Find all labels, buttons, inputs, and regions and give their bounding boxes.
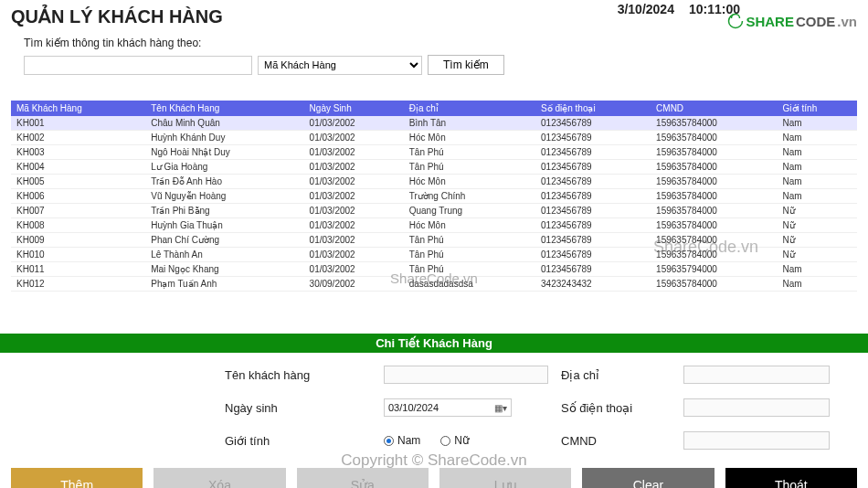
- cell-cmnd: 159635794000: [651, 262, 777, 277]
- cell-name: Ngô Hoài Nhật Duy: [145, 145, 303, 160]
- column-header[interactable]: Tên Khách Hang: [145, 101, 303, 116]
- cell-addr: Tân Phú: [404, 248, 535, 262]
- column-header[interactable]: Số điện thoại: [535, 101, 651, 116]
- cell-id: KH011: [11, 262, 145, 277]
- radio-female[interactable]: Nữ: [440, 434, 470, 447]
- table-row[interactable]: KH002Huỳnh Khánh Duy01/03/2002Hóc Môn012…: [11, 131, 857, 145]
- detail-form: Tên khách hàng Địa chỉ Ngày sinh 03/10/2…: [0, 353, 868, 450]
- cell-sex: Nam: [778, 189, 857, 204]
- cell-addr: Quang Trung: [404, 204, 535, 218]
- customer-table: Mã Khách HàngTên Khách HangNgày SinhĐịa …: [11, 101, 857, 292]
- cell-id: KH004: [11, 160, 145, 175]
- cell-addr: Trường Chính: [404, 189, 535, 204]
- dob-field[interactable]: 03/10/2024 ▦▾: [384, 398, 512, 417]
- cell-dob: 01/03/2002: [304, 116, 404, 131]
- cell-name: Huỳnh Khánh Duy: [145, 131, 303, 145]
- label-name: Tên khách hàng: [225, 368, 371, 382]
- save-button[interactable]: Lưu: [439, 468, 571, 488]
- cmnd-field[interactable]: [683, 431, 830, 450]
- cell-id: KH006: [11, 189, 145, 204]
- cell-dob: 01/03/2002: [304, 218, 404, 233]
- table-row[interactable]: KH005Trần Đỗ Anh Hào01/03/2002Hóc Môn012…: [11, 175, 857, 189]
- cell-addr: Bình Tân: [404, 116, 535, 131]
- header: QUẢN LÝ KHÁCH HÀNG 3/10/2024 10:11:00 SH…: [0, 0, 868, 27]
- table-row[interactable]: KH007Trần Phi Bằng01/03/2002Quang Trung0…: [11, 204, 857, 218]
- cell-dob: 01/03/2002: [304, 248, 404, 262]
- cell-phone: 0123456789: [535, 160, 651, 175]
- watermark-copyright: Copyright © ShareCode.vn: [341, 451, 526, 470]
- edit-button[interactable]: Sửa: [297, 468, 429, 488]
- search-input[interactable]: [24, 56, 252, 75]
- phone-field[interactable]: [683, 398, 830, 417]
- cell-cmnd: 159635784000: [651, 277, 777, 292]
- addr-field[interactable]: [683, 366, 830, 384]
- cell-addr: Tân Phú: [404, 233, 535, 248]
- cell-phone: 3423243432: [535, 277, 651, 292]
- cell-sex: Nữ: [778, 233, 857, 248]
- column-header[interactable]: Ngày Sinh: [304, 101, 404, 116]
- cell-cmnd: 159635784000: [651, 218, 777, 233]
- cell-dob: 01/03/2002: [304, 233, 404, 248]
- cell-phone: 0123456789: [535, 218, 651, 233]
- radio-male[interactable]: Nam: [384, 434, 420, 447]
- cell-name: Trần Phi Bằng: [145, 204, 303, 218]
- cell-dob: 01/03/2002: [304, 145, 404, 160]
- logo-swirl-icon: [727, 13, 744, 29]
- name-field[interactable]: [384, 366, 548, 384]
- calendar-icon: ▦▾: [494, 403, 507, 413]
- cell-addr: Tân Phú: [404, 145, 535, 160]
- table-row[interactable]: KH008Huỳnh Gia Thuận01/03/2002Hóc Môn012…: [11, 218, 857, 233]
- label-phone: Số điện thoại: [561, 401, 671, 415]
- table-row[interactable]: KH004Lư Gia Hoàng01/03/2002Tân Phú012345…: [11, 160, 857, 175]
- radio-icon: [440, 436, 450, 446]
- search-button[interactable]: Tìm kiếm: [428, 55, 504, 75]
- table-row[interactable]: KH003Ngô Hoài Nhật Duy01/03/2002Tân Phú0…: [11, 145, 857, 160]
- cell-name: Mai Ngọc Khang: [145, 262, 303, 277]
- cell-addr: Hóc Môn: [404, 175, 535, 189]
- cell-dob: 01/03/2002: [304, 175, 404, 189]
- column-header[interactable]: CMND: [651, 101, 777, 116]
- table-row[interactable]: KH006Vũ Nguyễn Hoàng01/03/2002Trường Chí…: [11, 189, 857, 204]
- delete-button[interactable]: Xóa: [153, 468, 285, 488]
- exit-button[interactable]: Thoát: [725, 468, 857, 488]
- table-row[interactable]: KH001Châu Minh Quân01/03/2002Bình Tân012…: [11, 116, 857, 131]
- cell-name: Huỳnh Gia Thuận: [145, 218, 303, 233]
- column-header[interactable]: Mã Khách Hàng: [11, 101, 145, 116]
- cell-phone: 0123456789: [535, 116, 651, 131]
- label-dob: Ngày sinh: [225, 401, 371, 415]
- search-filter-select[interactable]: Mã Khách Hàng: [258, 56, 422, 75]
- cell-id: KH001: [11, 116, 145, 131]
- clear-button[interactable]: Clear: [582, 468, 714, 488]
- cell-dob: 01/03/2002: [304, 204, 404, 218]
- cell-phone: 0123456789: [535, 204, 651, 218]
- cell-cmnd: 159635784000: [651, 175, 777, 189]
- cell-cmnd: 159635784000: [651, 131, 777, 145]
- column-header[interactable]: Giới tính: [778, 101, 857, 116]
- cell-cmnd: 159635784000: [651, 116, 777, 131]
- cell-id: KH012: [11, 277, 145, 292]
- cell-dob: 01/03/2002: [304, 131, 404, 145]
- cell-phone: 0123456789: [535, 233, 651, 248]
- logo-code: CODE: [796, 14, 835, 29]
- logo-share: SHARE: [746, 14, 794, 29]
- radio-icon: [384, 436, 394, 446]
- add-button[interactable]: Thêm: [11, 468, 143, 488]
- cell-sex: Nữ: [778, 218, 857, 233]
- cell-phone: 0123456789: [535, 175, 651, 189]
- cell-dob: 30/09/2002: [304, 277, 404, 292]
- cell-phone: 0123456789: [535, 131, 651, 145]
- search-panel: Tìm kiếm thông tin khách hàng theo: Mã K…: [0, 27, 868, 75]
- cell-sex: Nam: [778, 277, 857, 292]
- cell-addr: Tân Phú: [404, 160, 535, 175]
- cell-addr: Hóc Môn: [404, 131, 535, 145]
- column-header[interactable]: Địa chỉ: [404, 101, 535, 116]
- cell-cmnd: 159635784000: [651, 204, 777, 218]
- cell-id: KH009: [11, 233, 145, 248]
- date-label: 3/10/2024: [618, 2, 674, 16]
- cell-phone: 0123456789: [535, 248, 651, 262]
- cell-name: Trần Đỗ Anh Hào: [145, 175, 303, 189]
- cell-cmnd: 159635784000: [651, 189, 777, 204]
- cell-sex: Nam: [778, 175, 857, 189]
- cell-phone: 0123456789: [535, 262, 651, 277]
- cell-sex: Nam: [778, 116, 857, 131]
